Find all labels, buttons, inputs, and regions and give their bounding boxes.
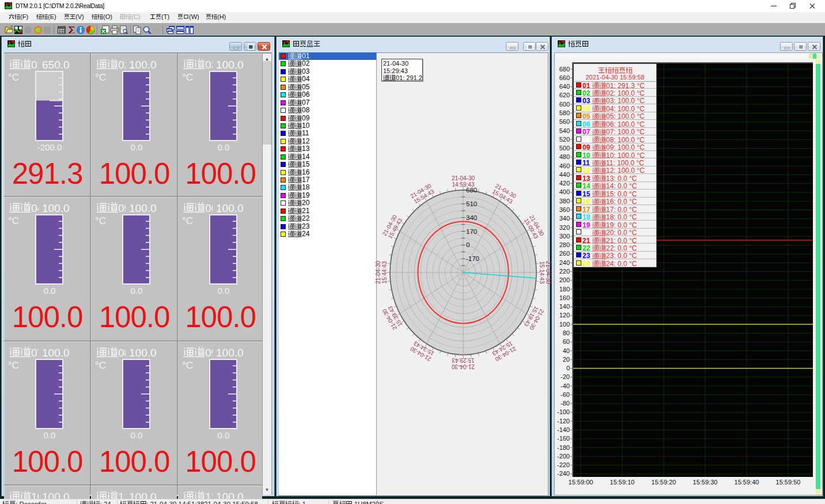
svg-text:15:59:00: 15:59:00 [569, 479, 593, 486]
svg-text:340: 340 [466, 214, 477, 221]
svg-text:420: 420 [559, 180, 570, 187]
svg-text:-140: -140 [557, 426, 570, 433]
svg-text:460: 460 [559, 162, 570, 169]
svg-text:640: 640 [559, 83, 570, 90]
svg-text:170: 170 [466, 228, 477, 235]
svg-text:440: 440 [559, 171, 570, 178]
svg-text:-100: -100 [557, 408, 570, 415]
svg-text:140: 140 [559, 303, 570, 310]
svg-text:15:14:43: 15:14:43 [539, 262, 545, 284]
svg-text:580: 580 [559, 109, 570, 116]
svg-text:280: 280 [559, 241, 570, 248]
svg-text:680: 680 [559, 66, 570, 73]
svg-text:100: 100 [559, 321, 570, 328]
svg-text:510: 510 [466, 200, 477, 207]
svg-text:15:44:43: 15:44:43 [381, 261, 388, 283]
svg-text:120: 120 [559, 312, 570, 319]
svg-text:520: 520 [559, 136, 570, 143]
svg-text:21-04-30: 21-04-30 [452, 363, 475, 370]
svg-text:180: 180 [559, 286, 570, 293]
svg-text:15:29:43: 15:29:43 [452, 357, 474, 363]
svg-text:260: 260 [559, 250, 570, 257]
svg-text:15:59:10: 15:59:10 [610, 479, 635, 486]
svg-text:500: 500 [559, 145, 570, 151]
svg-text:160: 160 [559, 294, 570, 301]
svg-text:540: 540 [559, 127, 570, 134]
svg-text:360: 360 [559, 206, 570, 213]
svg-text:-220: -220 [557, 461, 570, 468]
svg-text:380: 380 [559, 198, 570, 204]
svg-text:-80: -80 [561, 400, 570, 407]
svg-text:480: 480 [559, 153, 570, 160]
svg-text:-120: -120 [557, 418, 570, 425]
svg-text:200: 200 [559, 276, 570, 283]
svg-text:15:59:50: 15:59:50 [776, 479, 801, 486]
svg-text:0: 0 [466, 241, 470, 248]
svg-text:60: 60 [563, 338, 570, 345]
svg-text:340: 340 [559, 215, 570, 222]
svg-text:-170: -170 [466, 255, 479, 262]
svg-text:-200: -200 [557, 453, 570, 460]
svg-text:-160: -160 [557, 435, 570, 442]
svg-text:600: 600 [559, 101, 570, 108]
svg-text:40: 40 [563, 347, 570, 354]
svg-text:620: 620 [559, 92, 570, 98]
svg-text:-20: -20 [561, 373, 570, 380]
svg-text:-40: -40 [561, 382, 570, 389]
svg-text:-240: -240 [557, 470, 570, 477]
svg-text:20: 20 [563, 356, 570, 363]
svg-text:80: 80 [563, 329, 570, 336]
svg-text:21-04-30: 21-04-30 [545, 261, 551, 284]
svg-text:220: 220 [559, 268, 570, 275]
svg-text:660: 660 [559, 74, 570, 81]
svg-text:240: 240 [559, 259, 570, 266]
svg-text:15:59:30: 15:59:30 [693, 479, 718, 486]
svg-text:14:59:43: 14:59:43 [452, 181, 475, 188]
svg-text:21-04-30: 21-04-30 [452, 175, 475, 181]
svg-text:15:59:40: 15:59:40 [735, 479, 759, 486]
svg-text:-60: -60 [561, 391, 570, 398]
svg-text:400: 400 [559, 188, 570, 195]
svg-text:320: 320 [559, 224, 570, 231]
svg-text:-180: -180 [557, 444, 570, 451]
svg-text:0: 0 [566, 365, 570, 372]
svg-text:21-04-30: 21-04-30 [375, 261, 381, 284]
svg-text:15:59:20: 15:59:20 [652, 479, 676, 486]
svg-text:300: 300 [559, 233, 570, 240]
svg-text:560: 560 [559, 118, 570, 125]
